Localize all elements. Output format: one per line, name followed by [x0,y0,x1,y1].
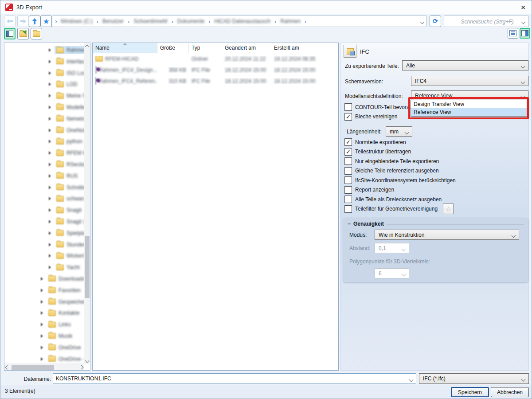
expand-icon[interactable] [49,106,51,109]
scroll-down-icon[interactable] [84,357,90,364]
close-icon[interactable]: × [517,2,529,13]
model-view-definition-select[interactable]: Reference View [411,90,528,101]
expand-icon[interactable] [49,220,51,223]
breadcrumb-segment[interactable]: Benutzer [102,18,124,24]
expand-icon[interactable] [49,231,51,235]
quick-search[interactable] [444,16,529,27]
tree-vertical-scrollbar[interactable] [84,43,90,364]
scroll-right-icon[interactable] [78,364,84,370]
breadcrumb-segment[interactable]: HiCAD Datenaustausch [215,18,271,24]
breadcrumb-dropdown-icon[interactable] [420,20,425,24]
option-checkbox[interactable]: Nur eingeblendete Teile exportieren [344,156,456,166]
collapse-icon[interactable]: − [348,221,351,227]
expand-icon[interactable] [49,243,51,246]
accuracy-group-header[interactable]: − Genauigkeit [348,221,524,227]
scroll-left-icon[interactable] [4,364,10,370]
expand-icon[interactable] [49,140,51,143]
filetype-select[interactable]: IFC (*.ifc) [419,373,529,384]
breadcrumb-segment[interactable]: Windows (C:) [61,18,93,24]
checkbox-icon[interactable]: ✓ [344,148,352,156]
option-checkbox[interactable]: IfcSite-Koordinatensystem berücksichtige… [344,176,456,185]
list-view-button[interactable] [508,28,518,39]
tree-item[interactable]: Rahmen [4,45,84,55]
checkbox-icon[interactable] [344,205,352,213]
folder-up-button[interactable] [17,28,29,39]
dropdown-option[interactable]: Design Transfer View [411,100,527,108]
expand-icon[interactable] [49,208,51,212]
expand-icon[interactable] [49,254,51,258]
tree-item[interactable]: Meine Scans [4,90,84,101]
up-button[interactable] [29,16,40,27]
file-list[interactable]: Name Größe Typ Geändert am Erstellt am R… [92,43,339,371]
file-row[interactable]: Rahmen_IFC4_Referen...310 KBIFC File18.1… [93,75,338,86]
column-header-modified[interactable]: Geändert am [222,43,271,53]
length-unit-select[interactable]: mm [386,126,412,137]
tree-item[interactable]: schwarz [4,193,84,204]
option-checkbox[interactable]: ✓Bleche vereinigen [344,112,421,122]
checkbox-icon[interactable] [344,103,352,111]
tree-item[interactable]: Favoriten [4,285,84,296]
folder-tree[interactable]: RahmenInterfacesISO LoseLODMeine ScansMo… [4,43,90,371]
details-view-button[interactable] [520,28,530,39]
tree-item[interactable]: Schnitte [4,182,84,193]
ifc-format-button[interactable] [344,45,356,58]
column-header-name[interactable]: Name [93,43,157,53]
column-header-size[interactable]: Größe [157,43,189,53]
checkbox-icon[interactable] [344,186,352,194]
expand-icon[interactable] [41,277,43,281]
tree-item[interactable]: Links [4,319,84,330]
tree-item[interactable]: RSection [4,159,84,170]
expand-icon[interactable] [49,129,51,132]
tree-item[interactable]: OneDrive [4,342,84,353]
tree-item[interactable]: OneDrive - [4,354,84,364]
tree-horizontal-scrollbar[interactable] [4,364,84,370]
breadcrumb[interactable]: › Windows (C:)›Benutzer›SchoenlinneM›Dok… [52,16,427,27]
expand-icon[interactable] [49,71,51,75]
tree-item[interactable]: Musik [4,331,84,341]
tree-item[interactable]: Snagit 1 [4,216,84,227]
checkbox-icon[interactable]: ✓ [344,138,352,146]
checkbox-icon[interactable] [344,167,352,175]
tree-item[interactable]: Wickert [4,250,84,261]
breadcrumb-root-chevron-icon[interactable]: › [55,18,57,25]
tree-item[interactable]: LOD [4,79,84,90]
tree-item[interactable]: python [4,136,84,147]
option-checkbox[interactable]: Alle Teile als Dreiecksnetz ausgeben [344,195,456,204]
dropdown-option[interactable]: Reference View [411,108,527,116]
checkbox-icon[interactable] [344,176,352,184]
expand-icon[interactable] [49,94,51,98]
option-checkbox[interactable]: Gleiche Teile referenziert ausgeben [344,166,456,176]
breadcrumb-segment[interactable]: SchoenlinneM [133,18,167,24]
tree-item[interactable]: Modelle [4,102,84,113]
expand-icon[interactable] [49,48,51,52]
expand-icon[interactable] [49,117,51,121]
favorites-button[interactable]: ★ [40,16,52,27]
save-button[interactable]: Speichern [451,387,489,397]
expand-icon[interactable] [41,289,43,292]
modus-select[interactable]: Wie in Konstruktion [375,230,519,240]
option-checkbox[interactable]: ✓Normteile exportieren [344,137,456,147]
expand-icon[interactable] [49,186,51,189]
filename-combobox[interactable] [53,373,416,384]
back-button[interactable] [4,16,16,27]
tree-item[interactable]: ISO Lose [4,68,84,78]
tree-item[interactable]: Kontakte [4,308,84,318]
expand-icon[interactable] [49,266,51,269]
checkbox-icon[interactable]: ✓ [344,113,352,121]
expand-icon[interactable] [49,151,51,155]
file-row[interactable]: RFEM-HICADOrdner20.12.2024 11:2219.12.20… [93,53,338,64]
file-row[interactable]: Rahmen_IFC4_Design...358 KBIFC File18.12… [93,64,338,75]
tree-item[interactable]: Downloads [4,274,84,284]
expand-icon[interactable] [41,323,43,326]
tree-item[interactable]: RUS [4,171,84,181]
expand-icon[interactable] [49,174,51,178]
expand-icon[interactable] [41,346,43,349]
tree-item[interactable]: RFEM 6 [4,148,84,158]
expand-icon[interactable] [49,60,51,63]
tree-item[interactable]: Interfaces [4,56,84,67]
parts-filter-button[interactable]: ☆ [443,203,454,214]
schema-version-select[interactable]: IFC4 [411,76,528,86]
mvd-dropdown-list[interactable]: Design Transfer ViewReference View [411,100,527,117]
option-checkbox[interactable]: Report anzeigen [344,185,456,195]
option-checkbox[interactable]: Teilefilter für Geometrievereinigung☆ [344,204,456,214]
